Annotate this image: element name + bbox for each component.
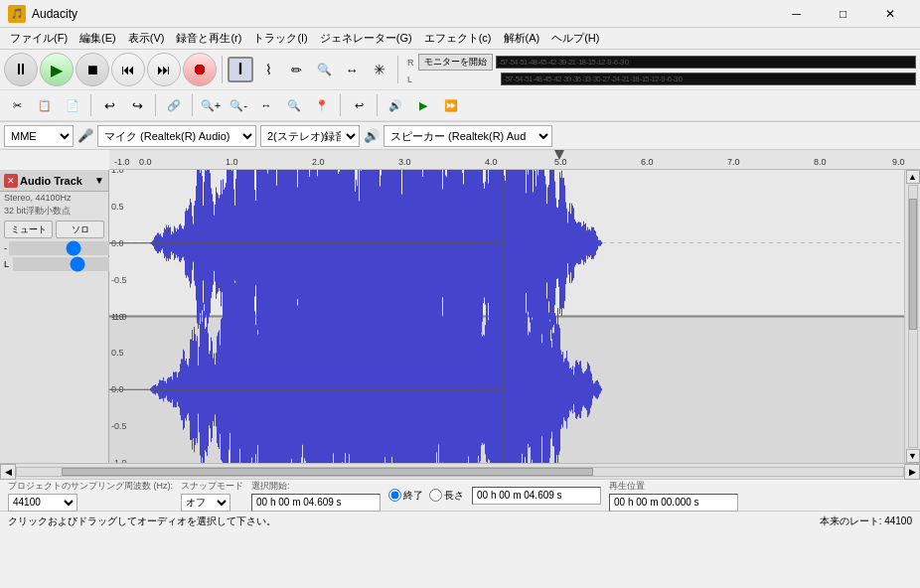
edit-btn-2[interactable]: 📋 (32, 92, 58, 118)
edit-btn-3[interactable]: 📄 (60, 92, 85, 118)
toolbar-area: ⏸ ▶ ⏹ ⏮ ⏭ ⏺ I ⌇ ✏ 🔍 ↔ ✳ R モニターを開始 -57 -5… (0, 50, 920, 122)
multi-tool-button[interactable]: ✳ (367, 57, 392, 82)
menu-track[interactable]: トラック(I) (247, 28, 313, 49)
redo-button[interactable]: ↪ (124, 92, 150, 118)
ruler-mark-3: 3.0 (398, 157, 411, 167)
zoom-in-tool-button[interactable]: 🔍 (311, 57, 337, 82)
play-button[interactable]: ▶ (40, 53, 74, 86)
mute-button[interactable]: ミュート (4, 220, 53, 238)
undo-button[interactable]: ↩ (96, 92, 122, 118)
loop-button[interactable]: ⏩ (438, 92, 464, 118)
edit-btn-1[interactable]: ✂ (4, 92, 30, 118)
ruler-mark-6: 6.0 (641, 157, 654, 167)
vertical-scrollbar[interactable]: ▲ ▼ (904, 170, 920, 463)
ruler-mark-9: 9.0 (892, 157, 905, 167)
playpos-group: 再生位置 00 h 00 m 00.000 s (609, 480, 738, 512)
skip-end-button[interactable]: ⏭ (147, 53, 181, 86)
mic-icon: 🎤 (77, 128, 93, 143)
ruler-mark-4: 4.0 (485, 157, 498, 167)
sync-lock-button[interactable]: 🔗 (161, 92, 187, 118)
infobar: クリックおよびドラッグしてオーディオを選択して下さい。 本来のレート: 4410… (0, 511, 920, 530)
record-meter-bar: -57 -54 -51 -48 -45 -42 -39 -21 -18 -15 … (496, 56, 916, 69)
speaker-select[interactable]: スピーカー (Realtek(R) Aud (383, 125, 552, 147)
vscroll-up[interactable]: ▲ (906, 170, 920, 184)
end-radio-text: 終了 (403, 489, 423, 503)
monitor-button[interactable]: モニターを開始 (418, 54, 493, 71)
track-collapse-button[interactable]: ▼ (94, 175, 104, 186)
zoom-in-button[interactable]: 🔍+ (198, 92, 224, 118)
waveform-canvas[interactable] (109, 170, 904, 463)
menu-edit[interactable]: 編集(E) (74, 28, 122, 49)
horizontal-scrollbar: ◀ ▶ (0, 463, 920, 479)
select-tool-button[interactable]: I (228, 57, 253, 82)
window-title: Audacity (32, 7, 774, 21)
sel-start-label: 選択開始: (251, 480, 381, 493)
edit-sep-5 (377, 94, 378, 116)
ruler-mark-5: 5.0 (554, 157, 567, 167)
menu-analyze[interactable]: 解析(A) (498, 28, 546, 49)
menu-record[interactable]: 録音と再生(r) (170, 28, 247, 49)
waveform-area (109, 170, 904, 463)
move-tool-button[interactable]: ↔ (339, 57, 365, 82)
envelope-tool-button[interactable]: ⌇ (255, 57, 281, 82)
menu-help[interactable]: ヘルプ(H) (545, 28, 605, 49)
toolbar-separator-1 (222, 56, 223, 83)
sel-end-value[interactable]: 00 h 00 m 04.609 s (472, 487, 601, 505)
skip-start-button[interactable]: ⏮ (111, 53, 145, 86)
snap-mode-group: スナップモード オフ (181, 480, 243, 512)
channels-select[interactable]: 2(ステレオ)録音チ (260, 125, 360, 147)
timeline-ruler[interactable]: -1.0 0.0 1.0 2.0 3.0 4.0 5.0 6.0 7.0 8.0… (109, 150, 920, 170)
menubar: ファイル(F) 編集(E) 表示(V) 録音と再生(r) トラック(I) ジェネ… (0, 28, 920, 50)
track-area: ✕ Audio Track ▼ Stereo, 44100Hz 32 bit浮動… (0, 170, 920, 463)
minimize-button[interactable]: ─ (774, 3, 819, 25)
stop-button[interactable]: ⏹ (76, 53, 109, 86)
transport-toolbar: ⏸ ▶ ⏹ ⏮ ⏭ ⏺ I ⌇ ✏ 🔍 ↔ ✳ R モニターを開始 -57 -5… (0, 50, 920, 90)
meter-scale-top: -57 -54 -51 -48 -45 -42 -39 -21 -18 -15 … (499, 58, 628, 67)
trim-left-button[interactable]: ↩ (346, 92, 372, 118)
length-radio-text: 長さ (444, 489, 464, 503)
record-button[interactable]: ⏺ (183, 53, 217, 86)
snap-label: スナップモード (181, 480, 243, 493)
solo-button[interactable]: ソロ (56, 220, 104, 238)
play2-button[interactable]: ▶ (410, 92, 436, 118)
hscroll-thumb[interactable] (62, 468, 593, 476)
hscroll-right[interactable]: ▶ (904, 464, 920, 480)
fit-project-button[interactable]: 🔍 (281, 92, 307, 118)
hscroll-left[interactable]: ◀ (0, 464, 16, 480)
maximize-button[interactable]: □ (821, 3, 865, 25)
end-radio-label[interactable]: 終了 (388, 489, 423, 503)
speaker-icon: 🔊 (364, 128, 380, 143)
pencil-tool-button[interactable]: ✏ (283, 57, 309, 82)
hscroll-track (16, 467, 904, 477)
length-radio[interactable] (429, 489, 442, 502)
menu-generator[interactable]: ジェネレーター(G) (314, 28, 418, 49)
sample-rate-label: プロジェクトのサンプリング周波数 (Hz): (8, 480, 173, 493)
sample-rate-select[interactable]: 44100 (8, 494, 77, 512)
menu-file[interactable]: ファイル(F) (4, 28, 74, 49)
menu-view[interactable]: 表示(V) (122, 28, 171, 49)
snap-select[interactable]: オフ (181, 494, 230, 512)
volume-button[interactable]: 🔊 (383, 92, 408, 118)
app-icon: 🎵 (8, 5, 26, 23)
vscroll-thumb[interactable] (909, 199, 917, 330)
meter-scale-bottom: -57 -54 -51 -48 -45 -42 -39 -36 -33 -30 … (504, 74, 682, 83)
vscroll-down[interactable]: ▼ (906, 449, 920, 463)
playback-meter-bar: -57 -54 -51 -48 -45 -42 -39 -36 -33 -30 … (501, 73, 916, 85)
end-radio[interactable] (388, 489, 401, 502)
track-gain-row: - + (0, 240, 108, 256)
track-name: Audio Track (20, 175, 92, 187)
fit-selection-button[interactable]: ↔ (253, 92, 279, 118)
api-select[interactable]: MME (4, 125, 74, 147)
menu-effect[interactable]: エフェクト(c) (418, 28, 498, 49)
close-button[interactable]: ✕ (867, 3, 912, 25)
mic-select[interactable]: マイク (Realtek(R) Audio) (97, 125, 256, 147)
zoom-toggle-button[interactable]: 📍 (309, 92, 335, 118)
length-radio-label[interactable]: 長さ (429, 489, 464, 503)
edit-sep-3 (192, 94, 193, 116)
sel-start-value[interactable]: 00 h 00 m 04.609 s (251, 494, 381, 512)
rate-label: 本来のレート: 44100 (820, 514, 912, 528)
zoom-out-button[interactable]: 🔍- (226, 92, 251, 118)
track-close-button[interactable]: ✕ (4, 174, 18, 188)
pause-button[interactable]: ⏸ (4, 53, 38, 86)
track-controls: ✕ Audio Track ▼ Stereo, 44100Hz 32 bit浮動… (0, 170, 109, 463)
